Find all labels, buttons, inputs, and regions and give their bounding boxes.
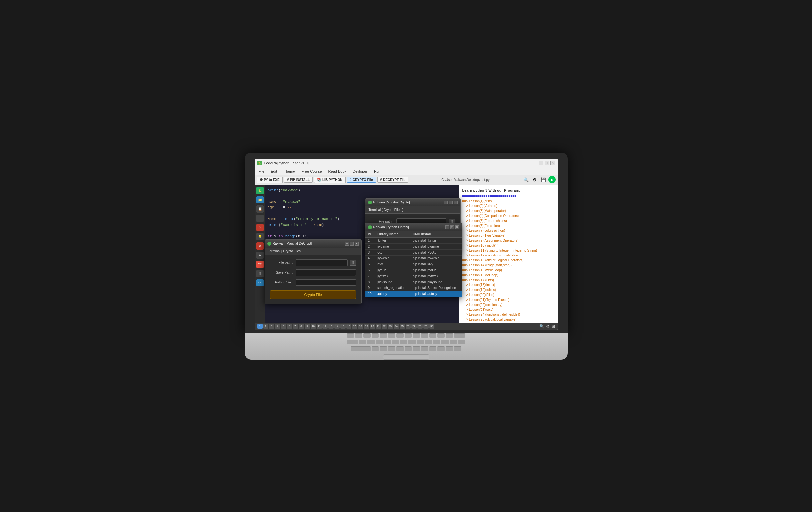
lib-python-button[interactable]: 📚 LIB PYTHON [314,177,346,183]
page-number[interactable]: 14 [335,324,340,329]
sidebar-icon-folder[interactable]: 📁 [256,196,264,204]
decrypt-dialog-icon [267,242,271,246]
lib-table-row[interactable]: 10 autopy pip install autopy [365,291,462,297]
page-number[interactable]: 26 [406,324,411,329]
search-icon[interactable]: 🔍 [523,177,529,183]
lib-dialog[interactable]: Rakwan [Python Library] ─ □ ✕ Id [365,223,462,297]
page-number[interactable]: 2 [263,324,268,329]
crypto-dialog-minimize[interactable]: ─ [444,201,448,205]
sidebar-icon-close2[interactable]: ✕ [256,242,264,249]
py-to-exe-button[interactable]: ⚙ PY to EXE [257,177,283,183]
lib-table-row[interactable]: 5 kivy pip install kivy [365,261,462,267]
decrypt-file-path-input[interactable] [296,260,348,266]
separator-top: ============================ [463,194,554,198]
page-number[interactable]: 15 [340,324,346,329]
page-number[interactable]: 17 [352,324,357,329]
page-number[interactable]: 8 [299,324,304,329]
menu-edit[interactable]: Edit [269,169,278,174]
search-bottom-icon[interactable]: 🔍 [539,324,544,329]
sidebar-icon-gear[interactable]: ⚙ [256,270,264,277]
sidebar-icon-text[interactable]: T [256,215,264,222]
menu-free-course[interactable]: Free Course [300,169,323,174]
sidebar-icon-play[interactable]: ▶ [256,251,264,259]
crypto-file-button[interactable]: # CRYPTO File [347,177,376,183]
decrypt-save-path-input[interactable] [296,269,356,276]
lib-cell-id: 2 [365,243,375,249]
lib-table-row[interactable]: 8 playsound pip install playsound [365,279,462,285]
page-number[interactable]: 25 [400,324,405,329]
page-number[interactable]: 5 [281,324,286,329]
page-number[interactable]: 13 [328,324,334,329]
page-number[interactable]: 16 [346,324,351,329]
sidebar-icon-code[interactable]: </> [256,279,264,287]
key [450,340,457,344]
close-button[interactable]: ✕ [550,161,555,165]
page-number[interactable]: 29 [423,324,429,329]
save-icon[interactable]: 💾 [540,177,547,183]
page-number[interactable]: 28 [417,324,423,329]
menu-theme[interactable]: Theme [282,169,296,174]
decrypt-python-ver-input[interactable] [296,279,356,286]
page-number[interactable]: 1 [257,324,263,329]
decrypt-dialog-minimize[interactable]: ─ [345,242,349,246]
lib-table-row[interactable]: 7 pyttsx3 pip install pyttsx3 [365,273,462,279]
decrypt-submit-button[interactable]: Crypto File [270,291,356,299]
lib-dialog-minimize[interactable]: ─ [445,225,449,229]
lib-table-row[interactable]: 6 pydub pip install pydub [365,267,462,273]
decrypt-dialog[interactable]: Rakwan [Marshal DeCrypt] ─ □ ✕ Terminal … [264,239,362,304]
pip-install-button[interactable]: # PIP INSTALL [284,177,313,183]
key [400,340,407,344]
decrypt-dialog-title-bar: Rakwan [Marshal DeCrypt] ─ □ ✕ [265,240,361,248]
decrypt-gear-icon[interactable]: ⚙ [350,260,356,266]
page-number[interactable]: 7 [293,324,298,329]
sidebar-icon-youtube[interactable]: YT [256,261,264,268]
page-number[interactable]: 22 [382,324,387,329]
page-number[interactable]: 19 [364,324,369,329]
page-number[interactable]: 12 [322,324,328,329]
page-number[interactable]: 30 [429,324,434,329]
lib-dialog-close[interactable]: ✕ [455,225,459,229]
page-number[interactable]: 4 [275,324,280,329]
crypto-dialog-maximize[interactable]: □ [449,201,453,205]
lib-dialog-maximize[interactable]: □ [450,225,454,229]
lib-table-row[interactable]: 3 Qt5 pip install PyQt5 [365,249,462,255]
sidebar-icon-clipboard[interactable]: 📋 [256,206,264,213]
settings-icon[interactable]: ⚙ [531,177,538,183]
page-number[interactable]: 20 [370,324,375,329]
maximize-button[interactable]: □ [545,161,549,165]
key [388,347,395,351]
grid-bottom-icon[interactable]: ⊞ [552,324,555,329]
decrypt-file-button[interactable]: # DECRYPT File [377,177,408,183]
page-number[interactable]: 21 [376,324,381,329]
page-number[interactable]: 23 [388,324,393,329]
lib-table-row[interactable]: 2 pygame pip install pygame [365,243,462,249]
lib-table-row[interactable]: 9 speech_regonation pip install SpeechRe… [365,285,462,291]
lib-table-row[interactable]: 1 tkinter pip install tkinter [365,237,462,243]
decrypt-dialog-close[interactable]: ✕ [355,242,359,246]
sidebar-icon-close[interactable]: ✕ [256,224,264,231]
page-number[interactable]: 10 [311,324,316,329]
minimize-button[interactable]: ─ [539,161,543,165]
decrypt-dialog-maximize[interactable]: □ [350,242,354,246]
key [437,333,445,338]
page-number[interactable]: 9 [305,324,310,329]
page-number[interactable]: 3 [269,324,274,329]
crypto-dialog-close[interactable]: ✕ [454,201,458,205]
lib-cell-cmd: pip install pyttsx3 [410,273,462,279]
laptop-screen: 🐍 CodeRK[python Editor v1.0] ─ □ ✕ File … [255,159,558,330]
settings-bottom-icon[interactable]: ⚙ [546,324,550,329]
page-number[interactable]: 6 [287,324,292,329]
menu-file[interactable]: File [257,169,266,174]
page-number[interactable]: 27 [411,324,417,329]
menu-read-book[interactable]: Read Book [327,169,348,174]
lib-table-row[interactable]: 4 pywebio pip install pywebio [365,255,462,261]
sidebar-icon-python[interactable]: 🐍 [256,187,264,194]
touchpad[interactable] [383,354,429,360]
page-number[interactable]: 24 [394,324,399,329]
page-number[interactable]: 11 [317,324,322,329]
menu-devloper[interactable]: Devloper [351,169,369,174]
menu-run[interactable]: Run [373,169,382,174]
run-button[interactable]: ▶ [548,176,556,183]
sidebar-icon-idea[interactable]: 💡 [256,233,264,240]
page-number[interactable]: 18 [358,324,363,329]
